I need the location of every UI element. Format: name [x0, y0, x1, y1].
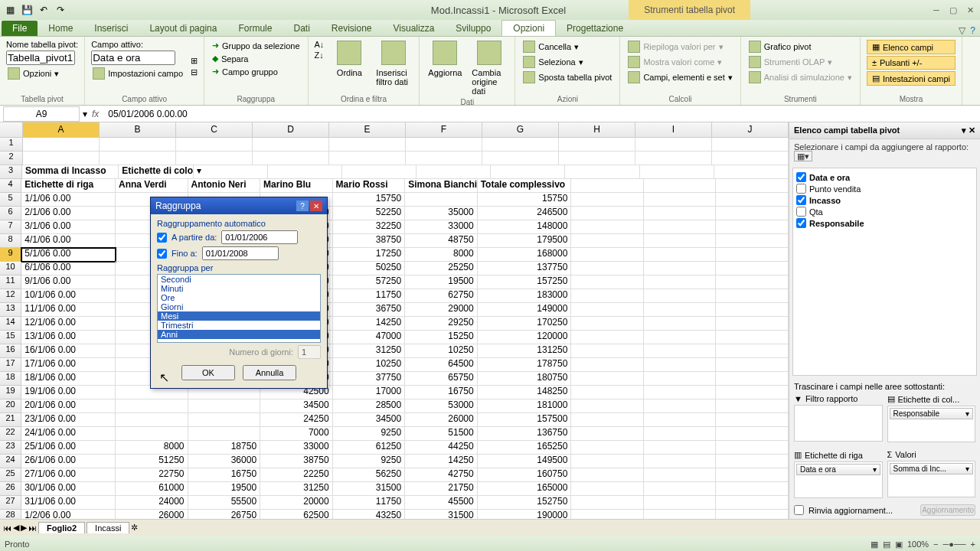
cell[interactable]: 53000: [405, 399, 478, 413]
row-header[interactable]: 19: [0, 386, 21, 399]
zoom-slider[interactable]: ─●──: [943, 540, 966, 549]
col-header-E[interactable]: E: [329, 122, 406, 137]
cell[interactable]: [571, 399, 644, 413]
cell[interactable]: 24250: [260, 413, 333, 427]
cell[interactable]: 190000: [478, 510, 572, 519]
move-pivot-button[interactable]: Sposta tabella pivot: [521, 70, 613, 84]
row-header[interactable]: 10: [0, 262, 21, 276]
cell[interactable]: 15750: [333, 193, 406, 207]
row-header[interactable]: 23: [0, 441, 21, 455]
cell[interactable]: 3/1/06 0.00: [21, 220, 116, 234]
cell[interactable]: 25/1/06 0.00: [21, 441, 116, 455]
cell[interactable]: 31500: [333, 482, 406, 496]
cell[interactable]: 62750: [405, 289, 478, 303]
fx-icon[interactable]: fx: [87, 109, 103, 119]
cell[interactable]: 9/1/06 0.00: [21, 276, 116, 289]
col-pill-responsabile[interactable]: Responsabile▾: [890, 408, 974, 419]
cell[interactable]: [644, 303, 717, 317]
cell[interactable]: [716, 289, 789, 303]
end-date-input[interactable]: [202, 246, 279, 260]
cell[interactable]: Mario Rossi: [333, 179, 406, 193]
cell[interactable]: [644, 276, 717, 289]
formula-input[interactable]: 05/01/2006 0.00.00: [103, 109, 980, 119]
cell[interactable]: [644, 220, 717, 234]
cell[interactable]: 17250: [333, 248, 406, 262]
next-sheet-icon[interactable]: ▶: [21, 523, 27, 533]
field-punto-vendita[interactable]: Punto vendita: [796, 183, 973, 194]
cell[interactable]: [714, 165, 789, 179]
cell[interactable]: 18/1/06 0.00: [21, 372, 116, 386]
cell[interactable]: [716, 399, 789, 413]
cell[interactable]: Etichette di riga: [21, 179, 116, 193]
zoom-out-icon[interactable]: −: [933, 540, 938, 549]
cell[interactable]: [635, 138, 712, 152]
cell[interactable]: 43250: [333, 510, 406, 519]
cell[interactable]: 20000: [260, 496, 333, 510]
cell[interactable]: 26000: [116, 510, 188, 519]
field-data-e-ora[interactable]: Data e ora: [796, 171, 973, 183]
cell[interactable]: 2/1/06 0.00: [21, 207, 116, 220]
cell[interactable]: [188, 413, 261, 427]
cell[interactable]: 35000: [405, 207, 478, 220]
start-date-input[interactable]: [221, 230, 298, 244]
cell[interactable]: 47000: [333, 331, 406, 344]
cell[interactable]: 22750: [116, 468, 188, 482]
cell[interactable]: 160750: [478, 468, 572, 482]
cell[interactable]: [571, 427, 644, 441]
cell[interactable]: [644, 427, 717, 441]
cell[interactable]: 17000: [333, 386, 406, 399]
tab-visualizza[interactable]: Visualizza: [383, 21, 446, 36]
cell[interactable]: 33000: [405, 220, 478, 234]
cell[interactable]: 14250: [405, 455, 478, 468]
cell[interactable]: 168000: [478, 248, 572, 262]
col-header-D[interactable]: D: [253, 122, 329, 137]
cell[interactable]: [644, 179, 717, 193]
cell[interactable]: [644, 344, 717, 358]
cell[interactable]: 11750: [333, 289, 406, 303]
tab-revisione[interactable]: Revisione: [321, 21, 383, 36]
active-field-input[interactable]: [91, 51, 175, 65]
cell[interactable]: 179500: [478, 234, 572, 248]
cell[interactable]: [482, 152, 559, 165]
cell[interactable]: 29250: [405, 317, 478, 331]
cell[interactable]: 22250: [260, 468, 333, 482]
cell[interactable]: [716, 234, 789, 248]
cell[interactable]: 51500: [405, 427, 478, 441]
cell[interactable]: [23, 138, 100, 152]
view-layout-icon[interactable]: ▤: [883, 540, 890, 549]
select-all-corner[interactable]: [0, 122, 23, 137]
cell[interactable]: [571, 413, 644, 427]
cell[interactable]: 64500: [405, 358, 478, 372]
cell[interactable]: [716, 427, 789, 441]
cell[interactable]: [644, 207, 717, 220]
cell[interactable]: [644, 331, 717, 344]
prev-sheet-icon[interactable]: ◀: [13, 523, 19, 533]
cell[interactable]: [571, 482, 644, 496]
start-checkbox[interactable]: [157, 233, 167, 243]
group-option[interactable]: Secondi: [158, 275, 320, 284]
cell[interactable]: Etichette di colonna: [119, 165, 193, 179]
cell[interactable]: [644, 386, 717, 399]
fields-items-button[interactable]: Campi, elementi e set ▾: [626, 70, 733, 84]
cell[interactable]: 10/1/06 0.00: [21, 289, 116, 303]
cell[interactable]: [716, 468, 789, 482]
cell[interactable]: [571, 234, 644, 248]
cell[interactable]: [416, 165, 491, 179]
cell[interactable]: [716, 220, 789, 234]
col-header-G[interactable]: G: [482, 122, 559, 137]
row-header[interactable]: 18: [0, 372, 21, 386]
cell[interactable]: 1/2/06 0.00: [21, 510, 116, 519]
cell[interactable]: [116, 399, 188, 413]
cell[interactable]: 27/1/06 0.00: [21, 468, 116, 482]
col-header-A[interactable]: A: [23, 122, 100, 137]
cell[interactable]: [716, 276, 789, 289]
cell[interactable]: [342, 165, 416, 179]
fieldlist-dropdown-icon[interactable]: ▾: [962, 126, 966, 135]
row-header[interactable]: 3: [0, 165, 22, 179]
field-qta[interactable]: Qta: [796, 206, 973, 217]
cell[interactable]: [716, 372, 789, 386]
cell[interactable]: 16/1/06 0.00: [21, 344, 116, 358]
group-option[interactable]: Mesi: [158, 311, 320, 321]
cell[interactable]: [559, 152, 635, 165]
cell[interactable]: 24000: [116, 496, 188, 510]
